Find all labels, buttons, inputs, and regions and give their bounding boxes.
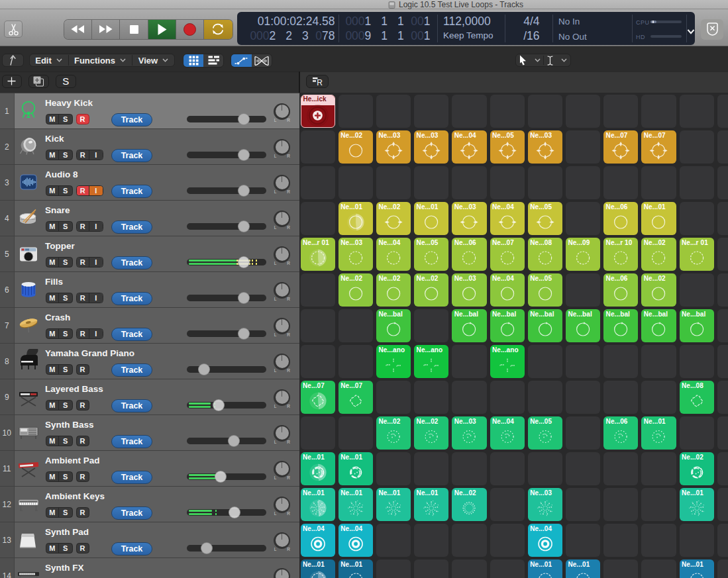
svg-text:R: R bbox=[317, 78, 323, 86]
